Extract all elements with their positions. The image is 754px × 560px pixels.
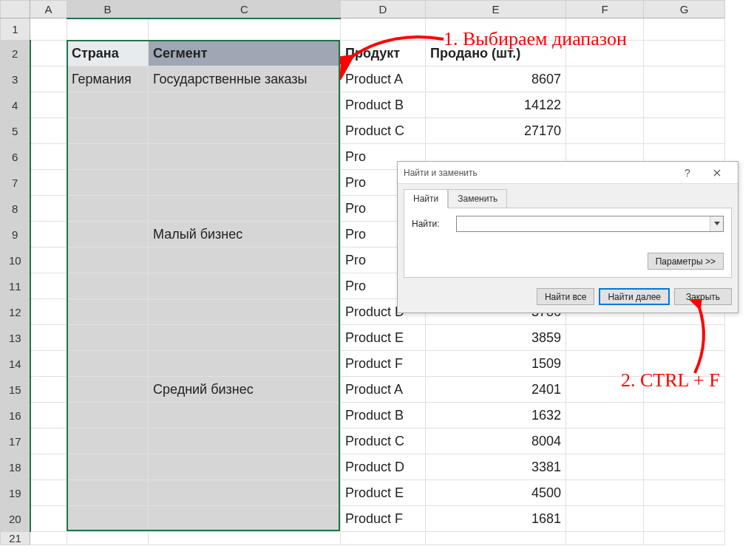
parameters-button[interactable]: Параметры >> xyxy=(648,253,724,270)
tab-find[interactable]: Найти xyxy=(404,189,448,208)
row-header-17[interactable]: 17 xyxy=(1,428,30,454)
cell-D20[interactable]: Product F xyxy=(341,506,426,532)
cell-C9[interactable]: Малый бизнес xyxy=(149,222,341,247)
select-all-corner[interactable] xyxy=(1,1,30,18)
cell-D17[interactable]: Product C xyxy=(341,428,426,454)
cell-C10[interactable] xyxy=(149,247,341,273)
cell-D15[interactable]: Product A xyxy=(341,377,426,403)
cell-C13[interactable] xyxy=(149,325,341,351)
row-header-10[interactable]: 10 xyxy=(1,247,30,273)
cell-F20[interactable] xyxy=(566,506,644,532)
dialog-titlebar[interactable]: Найти и заменить ? xyxy=(398,162,738,184)
cell-D2[interactable]: Продукт xyxy=(341,41,426,66)
cell-E20[interactable]: 1681 xyxy=(426,506,566,532)
cell-C2[interactable]: Сегмент xyxy=(149,41,341,66)
cell-F17[interactable] xyxy=(566,428,644,454)
cell-A7[interactable] xyxy=(30,170,67,196)
cell-D14[interactable]: Product F xyxy=(341,351,426,377)
cell-E14[interactable]: 1509 xyxy=(426,351,566,377)
cell-E3[interactable]: 8607 xyxy=(426,66,566,92)
find-input[interactable] xyxy=(457,216,710,231)
cell-C20[interactable] xyxy=(149,506,341,532)
cell-G2[interactable] xyxy=(644,41,725,66)
cell-B9[interactable] xyxy=(67,222,149,247)
close-button[interactable]: Закрыть xyxy=(674,288,732,305)
cell-A10[interactable] xyxy=(30,247,67,273)
find-all-button[interactable]: Найти все xyxy=(537,288,595,305)
row-header-2[interactable]: 2 xyxy=(1,41,30,66)
cell-C12[interactable] xyxy=(149,299,341,325)
cell-E17[interactable]: 8004 xyxy=(426,428,566,454)
cell-E5[interactable]: 27170 xyxy=(426,118,566,144)
cell-B1[interactable] xyxy=(67,18,149,41)
cell-A21[interactable] xyxy=(30,532,67,545)
cell-G5[interactable] xyxy=(644,118,725,144)
row-header-15[interactable]: 15 xyxy=(1,377,30,403)
cell-G3[interactable] xyxy=(644,66,725,92)
row-header-8[interactable]: 8 xyxy=(1,196,30,222)
chevron-down-icon[interactable] xyxy=(710,216,723,231)
cell-G14[interactable] xyxy=(644,351,725,377)
cell-C5[interactable] xyxy=(149,118,341,144)
cell-A9[interactable] xyxy=(30,222,67,247)
cell-E1[interactable] xyxy=(426,18,566,41)
cell-B4[interactable] xyxy=(67,92,149,118)
cell-C4[interactable] xyxy=(149,92,341,118)
cell-B19[interactable] xyxy=(67,480,149,506)
cell-G18[interactable] xyxy=(644,454,725,480)
cell-F14[interactable] xyxy=(566,351,644,377)
cell-E13[interactable]: 3859 xyxy=(426,325,566,351)
col-header-A[interactable]: A xyxy=(30,1,67,18)
cell-F3[interactable] xyxy=(566,66,644,92)
cell-G4[interactable] xyxy=(644,92,725,118)
cell-G1[interactable] xyxy=(644,18,725,41)
cell-D13[interactable]: Product E xyxy=(341,325,426,351)
cell-G15[interactable] xyxy=(644,377,725,403)
row-header-12[interactable]: 12 xyxy=(1,299,30,325)
cell-G19[interactable] xyxy=(644,480,725,506)
cell-A1[interactable] xyxy=(30,18,67,41)
cell-E16[interactable]: 1632 xyxy=(426,403,566,428)
cell-A11[interactable] xyxy=(30,273,67,299)
row-header-21[interactable]: 21 xyxy=(1,532,30,545)
cell-D1[interactable] xyxy=(341,18,426,41)
cell-D21[interactable] xyxy=(341,532,426,545)
cell-G17[interactable] xyxy=(644,428,725,454)
cell-B10[interactable] xyxy=(67,247,149,273)
row-header-13[interactable]: 13 xyxy=(1,325,30,351)
cell-B11[interactable] xyxy=(67,273,149,299)
cell-A3[interactable] xyxy=(30,66,67,92)
cell-C19[interactable] xyxy=(149,480,341,506)
cell-B13[interactable] xyxy=(67,325,149,351)
cell-G13[interactable] xyxy=(644,325,725,351)
cell-G21[interactable] xyxy=(644,532,725,545)
cell-B7[interactable] xyxy=(67,170,149,196)
col-header-D[interactable]: D xyxy=(341,1,426,18)
col-header-F[interactable]: F xyxy=(566,1,644,18)
cell-B3[interactable]: Германия xyxy=(67,66,149,92)
cell-B15[interactable] xyxy=(67,377,149,403)
cell-D18[interactable]: Product D xyxy=(341,454,426,480)
cell-F1[interactable] xyxy=(566,18,644,41)
row-header-11[interactable]: 11 xyxy=(1,273,30,299)
row-header-16[interactable]: 16 xyxy=(1,403,30,428)
cell-A12[interactable] xyxy=(30,299,67,325)
row-header-20[interactable]: 20 xyxy=(1,506,30,532)
cell-C15[interactable]: Средний бизнес xyxy=(149,377,341,403)
cell-C8[interactable] xyxy=(149,196,341,222)
cell-A4[interactable] xyxy=(30,92,67,118)
tab-replace[interactable]: Заменить xyxy=(448,189,507,208)
cell-C7[interactable] xyxy=(149,170,341,196)
row-header-5[interactable]: 5 xyxy=(1,118,30,144)
cell-B20[interactable] xyxy=(67,506,149,532)
col-header-G[interactable]: G xyxy=(644,1,725,18)
close-icon[interactable] xyxy=(702,163,732,183)
row-header-3[interactable]: 3 xyxy=(1,66,30,92)
cell-C18[interactable] xyxy=(149,454,341,480)
row-header-19[interactable]: 19 xyxy=(1,480,30,506)
cell-A17[interactable] xyxy=(30,428,67,454)
col-header-E[interactable]: E xyxy=(426,1,566,18)
cell-A14[interactable] xyxy=(30,351,67,377)
cell-C14[interactable] xyxy=(149,351,341,377)
cell-E18[interactable]: 3381 xyxy=(426,454,566,480)
